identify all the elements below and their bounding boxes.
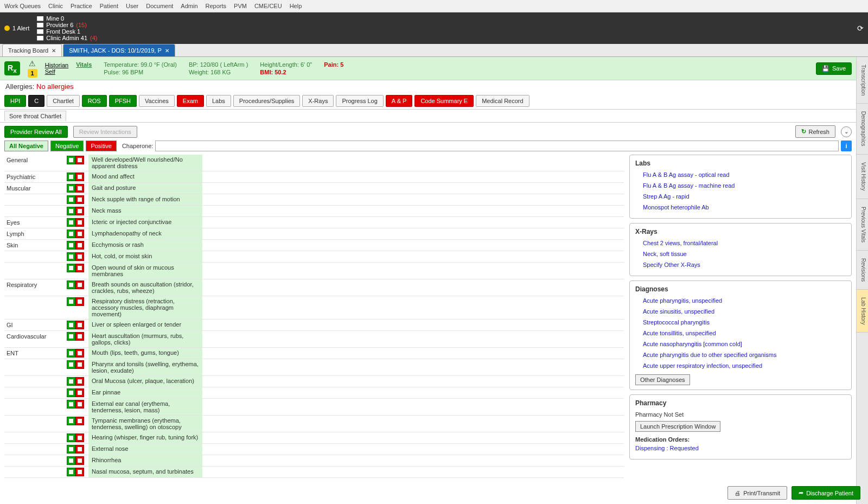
navtab-chartlet[interactable]: Chartlet [47,95,80,107]
close-icon[interactable]: ✕ [165,48,169,54]
finding-label[interactable]: Ecchymosis or rash [88,240,202,251]
navtab-xrays[interactable]: X-Rays [302,95,334,107]
finding-value[interactable] [202,467,624,478]
positive-checkbox[interactable] [75,173,84,181]
finding-label[interactable]: Breath sounds on auscultation (stridor, … [88,279,202,296]
finding-label[interactable]: External nose [88,444,202,455]
negative-checkbox[interactable] [67,173,75,181]
positive-checkbox[interactable] [75,349,84,358]
menu-workqueues[interactable]: Work Queues [4,3,41,9]
side-tab-revisions[interactable]: Revisions [857,251,868,290]
inbox-front-desk[interactable]: Front Desk 1 [37,28,97,35]
diagnosis-link[interactable]: Acute sinusitis, unspecified [635,307,846,318]
finding-value[interactable] [202,432,624,444]
finding-value[interactable] [202,376,624,387]
finding-value[interactable] [202,348,624,359]
diagnosis-link[interactable]: Acute pharyngitis, unspecified [635,296,846,307]
navtab-pfsh[interactable]: PFSH [109,95,137,107]
self-link[interactable]: Self [45,68,68,75]
navtab-ap[interactable]: A & P [386,95,413,107]
navtab-codesummarye[interactable]: Code Summary E [414,95,474,107]
negative-checkbox[interactable] [67,349,75,358]
other-diagnoses-button[interactable]: Other Diagnoses [635,374,690,385]
launch-prescription-button[interactable]: Launch Prescription Window [635,421,720,432]
finding-label[interactable]: Liver or spleen enlarged or tender [88,320,202,331]
finding-label[interactable]: Open wound of skin or mucous membranes [88,263,202,279]
navtab-vaccines[interactable]: Vaccines [139,95,175,107]
menu-patient[interactable]: Patient [100,3,118,9]
negative-checkbox[interactable] [67,264,75,272]
finding-label[interactable]: External ear canal (erythema, tenderness… [88,399,202,416]
negative-checkbox[interactable] [67,280,75,289]
navtab-labs[interactable]: Labs [206,95,231,107]
finding-value[interactable] [202,387,624,399]
negative-checkbox[interactable] [67,377,75,386]
negative-checkbox[interactable] [67,433,75,442]
negative-checkbox[interactable] [67,360,75,369]
positive-checkbox[interactable] [75,445,84,454]
finding-label[interactable]: Respiratory distress (retraction, access… [88,296,202,320]
chaperone-input[interactable] [155,141,839,151]
expand-toggle[interactable]: ⌄ [841,126,852,137]
discharge-patient-button[interactable]: ➦Discharge Patient [792,486,860,500]
navtab-medicalrecord[interactable]: Medical Record [476,95,529,107]
negative-checkbox[interactable] [67,468,75,476]
close-icon[interactable]: ✕ [52,48,56,54]
positive-checkbox[interactable] [75,207,84,215]
positive-checkbox[interactable] [75,377,84,386]
side-tab-lab-history[interactable]: Lab History [857,290,868,333]
finding-label[interactable]: Well developed/Well nourished/No apparen… [88,155,202,171]
positive-checkbox[interactable] [75,297,84,306]
negative-checkbox[interactable] [67,388,75,397]
doc-tab[interactable]: Tracking Board✕ [2,44,62,56]
finding-label[interactable]: Nasal mucosa, septum, and turbinates [88,467,202,478]
diagnosis-link[interactable]: Acute pharyngitis due to other specified… [635,350,846,361]
finding-value[interactable] [202,416,624,432]
diagnosis-link[interactable]: Acute tonsillitis, unspecified [635,329,846,340]
xray-order-link[interactable]: Chest 2 views, frontal/lateral [635,239,846,250]
negative-checkbox[interactable] [67,417,75,425]
allergies-value[interactable]: No allergies [36,82,74,91]
positive-button[interactable]: Positive [86,141,117,151]
lab-order-link[interactable]: Flu A & B Ag assay - optical read [635,170,846,181]
lab-order-link[interactable]: Strep A Ag - rapid [635,192,846,203]
positive-checkbox[interactable] [75,280,84,289]
positive-checkbox[interactable] [75,468,84,476]
finding-label[interactable]: Ear pinnae [88,387,202,399]
positive-checkbox[interactable] [75,218,84,227]
negative-checkbox[interactable] [67,321,75,329]
rx-badge[interactable]: Rx [4,61,20,76]
navtab-c[interactable]: C [28,95,44,107]
finding-label[interactable]: Mood and affect [88,171,202,183]
finding-value[interactable] [202,194,624,206]
finding-label[interactable]: Oral Mucosa (ulcer, plaque, laceration) [88,376,202,387]
finding-value[interactable] [202,171,624,183]
finding-label[interactable]: Neck supple with range of motion [88,194,202,206]
navtab-exam[interactable]: Exam [177,95,204,107]
menu-cmeceu[interactable]: CME/CEU [254,3,282,9]
finding-value[interactable] [202,240,624,251]
print-transmit-button[interactable]: 🖨Print/Transmit [727,486,787,500]
positive-checkbox[interactable] [75,321,84,329]
menu-practice[interactable]: Practice [71,3,92,9]
finding-value[interactable] [202,296,624,320]
negative-button[interactable]: Negative [50,141,84,151]
finding-value[interactable] [202,206,624,217]
finding-value[interactable] [202,183,624,194]
diagnosis-link[interactable]: Acute nasopharyngitis [common cold] [635,340,846,350]
finding-label[interactable]: Mouth (lips, teeth, gums, tongue) [88,348,202,359]
negative-checkbox[interactable] [67,207,75,215]
finding-value[interactable] [202,320,624,331]
inbox-provider[interactable]: Provider 6 (15) [37,22,97,28]
finding-label[interactable]: Neck mass [88,206,202,217]
refresh-button[interactable]: Refresh [795,125,835,138]
positive-checkbox[interactable] [75,417,84,425]
refresh-icon[interactable]: ⟳ [857,24,864,33]
negative-checkbox[interactable] [67,184,75,193]
finding-label[interactable]: Icteric or injected conjunctivae [88,217,202,228]
historian-link[interactable]: Historian [45,62,68,68]
negative-checkbox[interactable] [67,332,75,341]
inbox-mine[interactable]: Mine 0 [37,15,97,22]
navtab-hpi[interactable]: HPI [4,95,26,107]
lab-order-link[interactable]: Flu A & B Ag assay - machine read [635,181,846,192]
